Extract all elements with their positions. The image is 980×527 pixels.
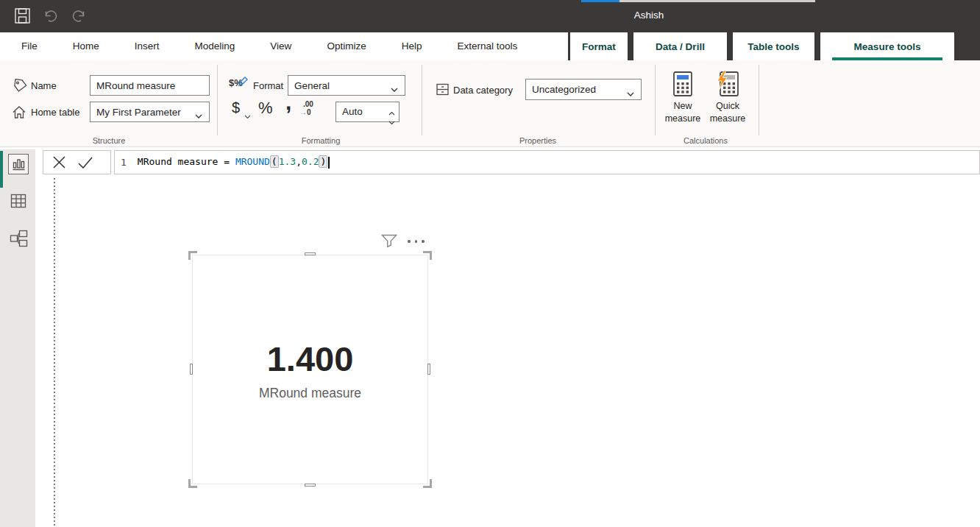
line-number: 1 <box>121 157 127 168</box>
report-view-button[interactable] <box>8 154 29 174</box>
comma-token: , <box>296 156 302 167</box>
tab-home[interactable]: Home <box>73 32 99 60</box>
group-divider <box>217 65 218 135</box>
tab-data-drill[interactable]: Data / Drill <box>633 32 727 60</box>
save-icon[interactable] <box>15 8 30 26</box>
name-label: Name <box>31 80 57 91</box>
view-sidebar <box>0 149 35 527</box>
resize-handle-top-right[interactable] <box>423 251 432 260</box>
active-view-indicator <box>0 151 3 188</box>
tab-view[interactable]: View <box>270 32 291 60</box>
more-options-icon[interactable] <box>408 240 425 243</box>
report-canvas[interactable]: 1.400 MRound measure <box>35 177 980 527</box>
tag-icon <box>13 79 27 96</box>
new-measure-label: New measure <box>658 100 708 125</box>
formula-bar-buttons <box>43 150 111 174</box>
data-view-button[interactable] <box>8 191 29 211</box>
home-icon <box>12 105 26 122</box>
format-select[interactable]: General <box>288 75 405 96</box>
card-label: MRound measure <box>259 386 361 401</box>
model-view-button[interactable] <box>8 228 29 249</box>
decimal-places-value: Auto <box>342 106 363 117</box>
measure-name-input[interactable]: MRound measure <box>90 75 210 96</box>
data-category-select[interactable]: Uncategorized <box>525 79 642 100</box>
format-icon: $% <box>229 77 248 88</box>
card-visual-container[interactable]: 1.400 MRound measure <box>192 255 428 484</box>
data-category-value: Uncategorized <box>532 84 596 95</box>
quick-measure-button[interactable]: Quick measure <box>703 71 753 125</box>
tab-format[interactable]: Format <box>570 32 628 60</box>
data-view-icon <box>10 194 26 208</box>
currency-dropdown-icon[interactable] <box>244 109 251 122</box>
group-divider <box>422 65 422 135</box>
close-paren-token: ) <box>319 155 327 168</box>
home-table-value: My First Parameter <box>96 107 181 118</box>
home-table-select[interactable]: My First Parameter <box>90 102 210 122</box>
group-divider <box>759 65 759 135</box>
decimal-bottom: →0 <box>299 108 311 116</box>
decimal-places-stepper[interactable]: Auto <box>335 102 400 122</box>
data-category-icon <box>436 82 450 99</box>
filter-icon[interactable] <box>381 234 397 251</box>
number-token: 1.3 <box>279 156 296 167</box>
tab-optimize[interactable]: Optimize <box>327 32 366 60</box>
tab-help[interactable]: Help <box>402 32 422 60</box>
new-measure-button[interactable]: New measure <box>658 71 708 125</box>
currency-icon[interactable]: $ <box>232 99 240 116</box>
ribbon: Name MRound measure Home table My First … <box>0 60 980 147</box>
stepper-down-icon[interactable] <box>388 115 395 128</box>
card-visual[interactable]: 1.400 MRound measure <box>192 255 428 484</box>
new-measure-icon <box>672 71 694 97</box>
tab-external-tools[interactable]: External tools <box>457 32 517 60</box>
measure-name-token: MRound measure = <box>138 156 235 167</box>
formula-input[interactable]: 1 MRound measure = MROUND(1.3,0.2) <box>114 150 980 174</box>
tab-measure-tools[interactable]: Measure tools <box>820 32 954 60</box>
undo-icon[interactable] <box>43 10 57 26</box>
tab-file[interactable]: File <box>21 32 38 60</box>
window-title: Ashish <box>612 10 686 21</box>
quick-measure-icon <box>717 71 739 97</box>
tab-insert[interactable]: Insert <box>135 32 160 60</box>
text-cursor <box>328 157 330 169</box>
chevron-down-icon <box>195 110 202 121</box>
group-label-properties: Properties <box>494 136 582 145</box>
decimal-top: .00 <box>303 100 313 108</box>
redo-icon[interactable] <box>72 10 87 26</box>
tab-measure-tools-label: Measure tools <box>854 41 921 52</box>
percent-icon[interactable]: % <box>258 99 273 118</box>
measure-name-value: MRound measure <box>96 80 175 91</box>
card-value: 1.400 <box>267 339 354 379</box>
resize-handle-bottom-right[interactable] <box>423 479 432 488</box>
contextual-tabs-region: Format Data / Drill Table tools Measure … <box>568 32 980 60</box>
format-label: Format <box>253 80 283 91</box>
tab-modeling[interactable]: Modeling <box>195 32 235 60</box>
resize-handle-right[interactable] <box>427 364 430 375</box>
home-table-label: Home table <box>31 107 79 118</box>
resize-handle-left[interactable] <box>190 364 193 375</box>
resize-handle-top-left[interactable] <box>188 251 197 260</box>
quick-measure-label: Quick measure <box>703 100 753 125</box>
model-view-icon <box>10 230 28 247</box>
resize-handle-bottom[interactable] <box>305 484 316 487</box>
data-category-label: Data category <box>453 85 513 96</box>
group-label-calculations: Calculations <box>661 136 750 145</box>
decimal-places-icon[interactable]: .00 →0 <box>299 102 319 121</box>
visual-header <box>381 234 469 252</box>
resize-handle-top[interactable] <box>305 252 316 255</box>
snap-guide-line <box>54 178 55 527</box>
main-tabs: File Home Insert Modeling View Optimize … <box>21 32 517 60</box>
comma-icon[interactable]: , <box>285 90 291 115</box>
search-strip <box>619 0 815 2</box>
group-label-formatting: Formatting <box>277 136 365 145</box>
report-view-icon <box>12 158 26 171</box>
tab-table-tools[interactable]: Table tools <box>733 32 814 60</box>
cancel-icon[interactable] <box>53 156 65 171</box>
ribbon-tab-row: File Home Insert Modeling View Optimize … <box>0 32 980 60</box>
open-paren-token: ( <box>270 155 279 168</box>
format-value: General <box>294 80 330 91</box>
resize-handle-bottom-left[interactable] <box>188 479 197 488</box>
dax-formula: MRound measure = MROUND(1.3,0.2) <box>138 156 330 169</box>
commit-icon[interactable] <box>78 157 93 171</box>
chevron-down-icon <box>627 88 634 99</box>
number-token: 0.2 <box>302 156 319 167</box>
